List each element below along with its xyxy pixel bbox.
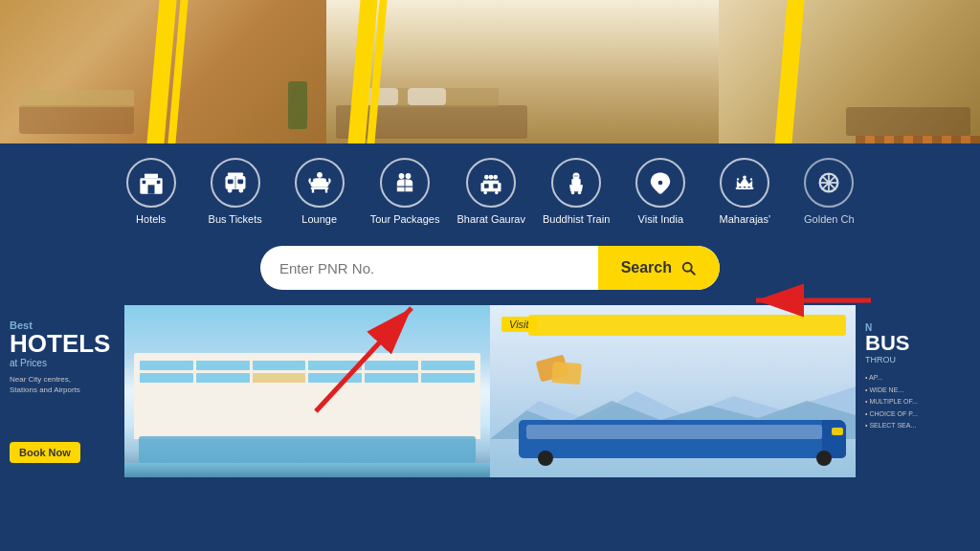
lounge-icon xyxy=(306,169,333,196)
banner4-title: BUS xyxy=(865,333,970,354)
nav-item-lounge[interactable]: Lounge xyxy=(286,158,353,225)
book-now-button[interactable]: Book Now xyxy=(10,442,80,463)
svg-rect-31 xyxy=(494,184,499,188)
svg-point-26 xyxy=(495,191,499,195)
lounge-label: Lounge xyxy=(301,213,337,225)
search-button[interactable]: Search xyxy=(598,246,720,290)
nav-item-bharat-gaurav[interactable]: Bharat Gaurav xyxy=(457,158,525,225)
maharaja-icon xyxy=(731,169,758,196)
bus-icon-circle xyxy=(211,158,260,208)
tour-package-icon xyxy=(391,169,418,196)
nav-icons-section: Hotels Bus Tickets xyxy=(0,143,980,234)
hotels-icon-circle xyxy=(126,158,176,208)
bus-icon xyxy=(222,169,249,196)
search-bar: Search xyxy=(260,246,720,290)
visit-india-label: Visit India xyxy=(638,213,684,225)
bharat-gaurav-icon-circle xyxy=(466,158,516,208)
hero-middle xyxy=(326,0,719,143)
nav-item-maharajas[interactable]: Maharajas' xyxy=(711,158,778,225)
svg-point-41 xyxy=(740,187,742,188)
svg-rect-4 xyxy=(157,181,161,185)
page-wrapper: Hotels Bus Tickets xyxy=(0,0,980,551)
svg-rect-14 xyxy=(310,187,328,189)
tour-icon-circle xyxy=(380,158,430,208)
search-button-label: Search xyxy=(621,259,672,276)
banner1-subtitle: at Prices xyxy=(10,358,115,368)
hotel-image-banner xyxy=(124,305,490,477)
bus-tickets-label: Bus Tickets xyxy=(209,213,262,225)
svg-point-36 xyxy=(658,181,663,186)
svg-rect-30 xyxy=(484,184,489,188)
svg-point-8 xyxy=(238,188,243,193)
svg-rect-1 xyxy=(145,174,158,179)
svg-point-28 xyxy=(489,175,494,180)
nav-item-buddhist-train[interactable]: Buddhist Train xyxy=(543,158,610,225)
svg-rect-9 xyxy=(228,180,234,185)
hero-right xyxy=(719,0,980,143)
nav-item-tour-packages[interactable]: Tour Packages xyxy=(370,158,440,225)
svg-point-34 xyxy=(578,191,582,195)
tour-packages-label: Tour Packages xyxy=(370,213,440,225)
lounge-icon-circle xyxy=(295,158,345,208)
search-section: Search xyxy=(0,234,980,305)
chariot-icon xyxy=(815,169,842,196)
banner4-subtitle: THROU xyxy=(865,355,970,364)
svg-rect-23 xyxy=(481,183,501,191)
svg-point-29 xyxy=(494,175,499,180)
banner1-body: Near City centres,Stations and Airports xyxy=(10,374,115,395)
svg-point-19 xyxy=(399,173,405,179)
buddhist-train-icon xyxy=(563,169,590,196)
svg-point-39 xyxy=(737,178,739,180)
nav-item-hotels[interactable]: Hotels xyxy=(118,158,185,225)
golden-ch-label: Golden Ch xyxy=(804,213,855,225)
svg-rect-2 xyxy=(147,185,154,193)
bus-text-banner: N BUS THROU • AP... • WIDE NE... • MULTI… xyxy=(856,305,980,477)
hotels-label: Hotels xyxy=(136,213,166,225)
banner4-list: • AP... • WIDE NE... • MULTIPLE OF... • … xyxy=(865,372,970,432)
bharat-gaurav-label: Bharat Gaurav xyxy=(457,213,525,225)
golden-ch-icon-circle xyxy=(804,158,854,208)
hero-section xyxy=(0,0,980,143)
buddhist-train-label: Buddhist Train xyxy=(543,213,610,225)
svg-line-51 xyxy=(691,271,695,275)
maharajas-icon-circle xyxy=(720,158,769,208)
banner1-title: HOTELS xyxy=(10,331,115,356)
svg-point-42 xyxy=(744,187,746,188)
svg-point-20 xyxy=(406,173,412,179)
svg-rect-3 xyxy=(142,181,145,185)
bharat-gaurav-icon xyxy=(478,169,504,196)
svg-point-25 xyxy=(484,191,488,195)
svg-point-7 xyxy=(228,188,233,193)
svg-rect-10 xyxy=(237,180,243,185)
svg-point-27 xyxy=(484,175,489,180)
nav-item-visit-india[interactable]: Visit India xyxy=(627,158,694,225)
search-button-icon xyxy=(679,259,697,276)
pnr-input[interactable] xyxy=(260,260,598,276)
hotel-icon xyxy=(138,169,165,196)
maharajas-label: Maharajas' xyxy=(720,213,770,225)
nav-item-golden-ch[interactable]: Golden Ch xyxy=(795,158,862,225)
svg-rect-16 xyxy=(325,189,327,193)
buddhist-icon-circle xyxy=(551,158,601,208)
svg-point-43 xyxy=(748,187,750,188)
hotels-banner: Best HOTELS at Prices Near City centres,… xyxy=(0,305,124,477)
nav-item-bus-tickets[interactable]: Bus Tickets xyxy=(202,158,269,225)
svg-point-17 xyxy=(317,172,323,178)
visit-banner: Visit xyxy=(490,305,856,477)
visit-india-icon-circle xyxy=(635,158,685,208)
svg-point-33 xyxy=(571,191,575,195)
svg-rect-15 xyxy=(312,189,314,193)
svg-rect-6 xyxy=(228,173,243,177)
svg-point-38 xyxy=(744,175,747,179)
svg-rect-22 xyxy=(397,187,412,187)
svg-rect-24 xyxy=(483,181,499,185)
svg-point-40 xyxy=(750,178,752,180)
india-icon xyxy=(647,169,674,196)
banners-section: Best HOTELS at Prices Near City centres,… xyxy=(0,305,980,477)
